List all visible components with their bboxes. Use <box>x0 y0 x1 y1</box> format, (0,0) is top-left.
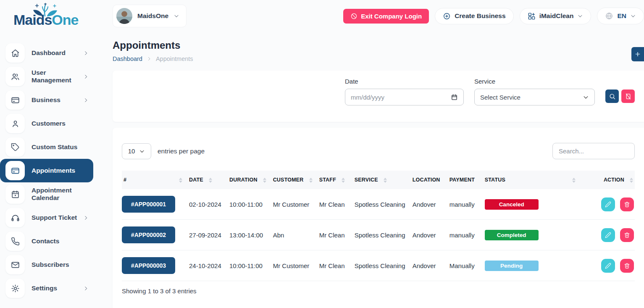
cell-service: Spotless Cleaning <box>351 189 409 220</box>
column-header-customer[interactable]: CUSTOMER <box>270 171 316 189</box>
page-title: Appointments <box>113 39 644 51</box>
sort-icon[interactable] <box>309 178 313 183</box>
cell-location: Andover <box>409 189 446 220</box>
create-business-button[interactable]: Create Business <box>435 8 513 24</box>
column-header-action[interactable]: ACTION <box>579 171 635 189</box>
sidebar-item-user-management[interactable]: User Management <box>0 65 95 88</box>
appointment-id-badge[interactable]: #APP000001 <box>122 196 175 213</box>
sidebar-item-appointment-calendar[interactable]: Appointment Calendar <box>0 182 95 206</box>
company-account-menu[interactable]: MaidsOne <box>113 5 187 27</box>
trash-icon <box>624 201 630 208</box>
ban-icon <box>350 13 357 20</box>
edit-button[interactable] <box>601 259 615 273</box>
cell-payment: manually <box>446 220 481 250</box>
chevron-right-icon <box>83 286 89 291</box>
breadcrumb: Dashboard Appointments <box>113 55 644 62</box>
chevron-down-icon <box>577 13 583 19</box>
sidebar-item-contacts[interactable]: Contacts <box>0 229 95 253</box>
sidebar-item-label: Appointment Calendar <box>32 187 89 202</box>
cell-duration: 10:00-11:00 <box>226 250 270 281</box>
service-filter-group: Service Select Service <box>474 78 595 115</box>
date-label: Date <box>345 78 464 85</box>
calendar-icon <box>5 184 25 204</box>
edit-button[interactable] <box>601 197 615 211</box>
grid-plus-icon <box>528 12 536 20</box>
page-size-select[interactable]: 10 <box>122 143 151 159</box>
column-header-service[interactable]: SERVICE <box>351 171 409 189</box>
appointment-id-badge[interactable]: #APP000003 <box>122 257 175 274</box>
table-search-input[interactable] <box>552 143 635 159</box>
sidebar-item-subscribers[interactable]: Subscribers <box>0 253 95 276</box>
column-header-payment[interactable]: PAYMENT <box>446 171 481 189</box>
column-header-date[interactable]: DATE <box>186 171 226 189</box>
cell-duration: 10:00-11:00 <box>226 189 270 220</box>
cell-location: Andover <box>409 220 446 250</box>
edit-button[interactable] <box>601 228 615 242</box>
column-header-id[interactable]: # <box>122 171 186 189</box>
exit-company-login-button[interactable]: Exit Company Login <box>343 9 429 24</box>
sidebar-item-support-ticket[interactable]: Support Ticket <box>0 206 95 229</box>
service-select[interactable]: Select Service <box>474 89 595 105</box>
cell-date: 24-10-2024 <box>186 250 226 281</box>
delete-button[interactable] <box>620 197 634 211</box>
sort-icon[interactable] <box>209 178 212 183</box>
chevron-right-icon <box>83 74 89 79</box>
sidebar-item-settings[interactable]: Settings <box>0 276 95 300</box>
sidebar-item-label: User Management <box>32 69 83 84</box>
sidebar-item-custom-status[interactable]: Custom Status <box>0 135 95 159</box>
column-header-status[interactable]: STATUS <box>481 171 579 189</box>
globe-icon <box>605 12 613 20</box>
logo-plant-icon <box>31 3 59 16</box>
page-header: Appointments Dashboard Appointments <box>113 39 644 62</box>
filter-clear-button[interactable] <box>621 90 635 103</box>
pencil-icon <box>605 201 611 208</box>
appointment-id-badge[interactable]: #APP000002 <box>122 226 175 243</box>
sidebar-item-business[interactable]: Business <box>0 88 95 112</box>
avatar <box>116 8 132 24</box>
table-body: #APP000001 02-10-2024 10:00-11:00 Mr Cus… <box>122 189 635 281</box>
person-icon <box>5 114 25 133</box>
delete-button[interactable] <box>620 259 634 273</box>
delete-button[interactable] <box>620 228 634 242</box>
sort-icon[interactable] <box>572 178 576 183</box>
breadcrumb-dashboard-link[interactable]: Dashboard <box>113 55 142 62</box>
sort-icon[interactable] <box>342 178 345 183</box>
sort-icon[interactable] <box>384 178 387 183</box>
sidebar-item-label: Appointments <box>32 167 75 174</box>
search-icon <box>609 93 616 100</box>
table-controls: 10 entries per page <box>122 143 635 159</box>
gear-icon <box>5 279 25 298</box>
column-header-duration[interactable]: DURATION <box>226 171 270 189</box>
sidebar-item-appointments[interactable]: Appointments <box>0 159 93 182</box>
filter-actions <box>605 90 635 103</box>
sidebar-item-customers[interactable]: Customers <box>0 112 95 135</box>
date-placeholder: mm/dd/yyyy <box>351 94 384 101</box>
cell-date: 02-10-2024 <box>186 189 226 220</box>
filter-search-button[interactable] <box>605 90 619 103</box>
trash-icon <box>624 232 630 238</box>
language-menu[interactable]: EN <box>597 8 644 24</box>
sort-icon[interactable] <box>179 178 182 183</box>
language-label: EN <box>617 12 626 20</box>
add-appointment-button[interactable]: + <box>631 47 644 61</box>
table-header: # DATE DURATION CUSTOMER STAFF SERVICE L… <box>122 171 635 189</box>
column-header-location[interactable]: LOCATION <box>409 171 446 189</box>
calendar-icon[interactable] <box>451 94 458 101</box>
cell-customer: Mr Customer <box>270 189 316 220</box>
table-entries-summary: Showing 1 to 3 of 3 entries <box>122 287 635 295</box>
column-header-staff[interactable]: STAFF <box>316 171 351 189</box>
company-name-label: MaidsOne <box>137 12 168 20</box>
cell-staff: Mr Clean <box>316 189 351 220</box>
phone-icon <box>5 232 25 251</box>
chevron-down-icon <box>630 13 636 19</box>
app-root: MaidsOne Dashboard User Management Busin… <box>0 0 644 308</box>
chevron-right-icon <box>83 97 89 103</box>
brand-logo[interactable]: MaidsOne <box>0 0 95 39</box>
date-input[interactable]: mm/dd/yyyy <box>345 89 464 105</box>
sort-icon[interactable] <box>630 178 633 183</box>
business-switcher-menu[interactable]: iMaidClean <box>520 8 591 24</box>
sidebar-item-dashboard[interactable]: Dashboard <box>0 41 95 65</box>
credit-card-icon <box>5 90 25 110</box>
sidebar-item-label: Custom Status <box>32 143 77 151</box>
sort-icon[interactable] <box>263 178 266 183</box>
